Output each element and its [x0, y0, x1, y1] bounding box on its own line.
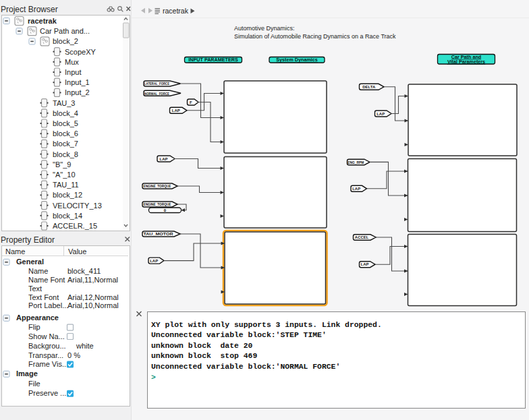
svg-text:F: F — [190, 100, 192, 104]
svg-text:LAP: LAP — [352, 187, 360, 191]
svg-text:>: > — [151, 373, 156, 382]
svg-text:Unconnected variable block:'ST: Unconnected variable block:'STEP TIME' — [151, 331, 327, 339]
svg-text:ACCEL: ACCEL — [355, 235, 369, 239]
svg-text:ENGINE_TORQUE: ENGINE_TORQUE — [144, 184, 171, 188]
svg-text:LATERAL_FORCE: LATERAL_FORCE — [144, 82, 169, 86]
svg-text:ENG_RPM: ENG_RPM — [347, 160, 364, 164]
svg-text:TAU_MOTOR: TAU_MOTOR — [144, 232, 174, 236]
svg-text:LAP: LAP — [150, 259, 158, 263]
svg-text:Unconnected variable block:'NO: Unconnected variable block:'NORMAL FORCE… — [151, 363, 340, 371]
svg-text:System Dynamics: System Dynamics — [276, 57, 318, 63]
svg-text:NORMAL_FORCE: NORMAL_FORCE — [144, 92, 169, 96]
svg-text:DELTA: DELTA — [362, 85, 376, 89]
svg-text:LAP: LAP — [160, 157, 168, 161]
svg-text:unknown block date 20: unknown block date 20 — [151, 342, 253, 350]
svg-text:XY plot with only supports 3 i: XY plot with only supports 3 inputs. Lin… — [151, 321, 382, 329]
svg-text:ENGINE_TORQUE: ENGINE_TORQUE — [144, 202, 171, 206]
svg-text:racetrak: racetrak — [163, 7, 189, 15]
svg-text:Vital Parameters: Vital Parameters — [447, 59, 485, 65]
svg-text:LAP: LAP — [377, 112, 385, 116]
svg-text:Automotive Dynamics:: Automotive Dynamics: — [234, 25, 295, 32]
svg-text:Simulation of Automobile Racin: Simulation of Automobile Racing Dynamics… — [234, 33, 396, 40]
svg-text:LAP: LAP — [172, 109, 180, 113]
svg-text:unknown block stop 469: unknown block stop 469 — [151, 352, 257, 360]
svg-text:INPUT PARAMETERS: INPUT PARAMETERS — [188, 57, 238, 63]
svg-text:LAP: LAP — [361, 262, 369, 266]
